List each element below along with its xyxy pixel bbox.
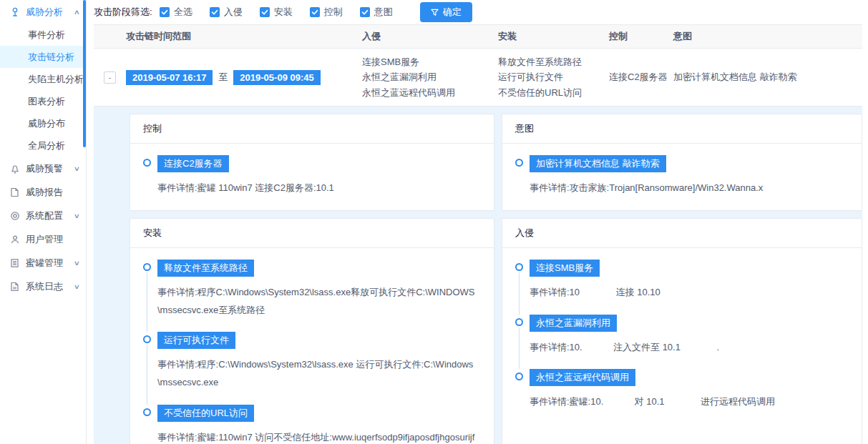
sidebar-item-honeypot[interactable]: 蜜罐管理∨	[0, 251, 86, 275]
event-detail-text: 事件详情:攻击家族:Trojan[Ransomware]/Win32.Wanna…	[530, 179, 846, 197]
sidebar-subitem[interactable]: 事件分析	[0, 24, 86, 46]
event-type-badge[interactable]: 连接SMB服务	[530, 260, 600, 277]
confirm-button[interactable]: 确定	[420, 2, 472, 22]
timeline-item: 运行可执行文件事件详情:程序:C:\Windows\System32\lsass…	[143, 332, 478, 391]
sidebar-item-gear[interactable]: 系统配置∨	[0, 204, 86, 227]
sidebar-item-report[interactable]: 威胁报告	[0, 180, 86, 204]
sidebar-item-log[interactable]: 系统日志∨	[0, 275, 86, 298]
stage-panel: 入侵连接SMB服务事件详情:10 连接 10.10永恒之蓝漏洞利用事件详情:10…	[502, 218, 862, 444]
attack-stage-filter-bar: 攻击阶段筛选: 全选入侵安装控制意图 确定	[94, 0, 862, 24]
funnel-icon	[431, 9, 439, 16]
filter-bar-label: 攻击阶段筛选:	[94, 6, 152, 19]
cell-line: 永恒之蓝远程代码调用	[362, 85, 498, 100]
stage-checkbox-3[interactable]: 控制	[310, 6, 343, 19]
chevron-down-icon: ∨	[74, 212, 80, 219]
sidebar-item-label: 系统配置	[26, 209, 63, 222]
stage-panel-body: 释放文件至系统路径事件详情:程序C:\Windows\System32\lsas…	[130, 248, 494, 444]
column-header: 入侵	[362, 30, 498, 43]
chevron-down-icon: ∨	[74, 165, 80, 172]
event-type-badge[interactable]: 运行可执行文件	[157, 332, 235, 349]
checkbox-label: 全选	[174, 6, 192, 19]
checkbox-checked-icon[interactable]	[210, 7, 220, 17]
time-range-separator: 至	[218, 71, 228, 84]
event-detail-text: 事件详情:程序C:\Windows\System32\lsass.exe释放可执…	[157, 284, 478, 319]
sidebar-nav: 威胁分析∧事件分析攻击链分析失陷主机分析图表分析威胁分布全局分析威胁预警∨威胁报…	[0, 0, 86, 298]
log-icon	[9, 281, 20, 292]
cell-install: 释放文件至系统路径运行可执行文件不受信任的URL访问	[498, 54, 609, 100]
sidebar-item-user[interactable]: 用户管理	[0, 227, 86, 251]
cell-control: 连接C2服务器	[609, 69, 673, 84]
checkbox-label: 控制	[324, 6, 343, 19]
checkbox-label: 意图	[374, 6, 393, 19]
sidebar-item-label: 威胁分析	[26, 6, 63, 19]
row-collapse-button[interactable]: -	[104, 71, 116, 84]
event-detail-text: 事件详情:10 连接 10.10	[530, 284, 846, 302]
column-header: 控制	[609, 30, 673, 43]
column-header: 安装	[498, 30, 609, 43]
sidebar-subitem-label: 图表分析	[28, 95, 65, 108]
cell-line: 释放文件至系统路径	[498, 54, 609, 69]
stage-panel-body: 加密计算机文档信息 敲诈勒索事件详情:攻击家族:Trojan[Ransomwar…	[502, 144, 862, 210]
stage-panel-body: 连接SMB服务事件详情:10 连接 10.10永恒之蓝漏洞利用事件详情:10. …	[502, 248, 862, 424]
stage-panel-title: 入侵	[502, 219, 862, 248]
chevron-down-icon: ∨	[74, 283, 80, 290]
chevron-up-icon: ∧	[74, 9, 80, 16]
event-type-badge[interactable]: 不受信任的URL访问	[157, 405, 254, 422]
sidebar-item-label: 系统日志	[26, 280, 63, 293]
checkbox-checked-icon[interactable]	[260, 7, 270, 17]
table-row: - 2019-05-07 16:17 至 2019-05-09 09:45 连接…	[94, 49, 862, 107]
checkbox-checked-icon[interactable]	[160, 7, 170, 17]
sidebar-item-label: 蜜罐管理	[26, 257, 63, 270]
event-type-badge[interactable]: 加密计算机文档信息 敲诈勒索	[530, 155, 666, 172]
sidebar: 威胁分析∧事件分析攻击链分析失陷主机分析图表分析威胁分布全局分析威胁预警∨威胁报…	[0, 0, 87, 444]
sidebar-subitem[interactable]: 全局分析	[0, 134, 86, 157]
cell-intrusion: 连接SMB服务永恒之蓝漏洞利用永恒之蓝远程代码调用	[362, 54, 498, 100]
event-type-badge[interactable]: 释放文件至系统路径	[157, 260, 254, 277]
event-detail-text: 事件详情:蜜罐:10. 对 10.1 进行远程代码调用	[530, 393, 846, 411]
sidebar-item-threat-analysis[interactable]: 威胁分析∧	[0, 0, 86, 24]
stage-panel-title: 控制	[130, 114, 494, 144]
stage-panel: 安装释放文件至系统路径事件详情:程序C:\Windows\System32\ls…	[130, 218, 494, 444]
event-type-badge[interactable]: 连接C2服务器	[157, 155, 229, 172]
cell-line: 连接C2服务器	[609, 69, 673, 84]
column-header: 攻击链时间范围	[126, 30, 362, 43]
timeline-item: 永恒之蓝漏洞利用事件详情:10. 注入文件至 10.1 .	[515, 315, 846, 357]
chevron-down-icon: ∨	[74, 260, 80, 267]
sidebar-subitem-label: 事件分析	[28, 29, 65, 41]
sidebar-subitem[interactable]: 失陷主机分析	[0, 68, 86, 90]
timeline-item: 释放文件至系统路径事件详情:程序C:\Windows\System32\lsas…	[143, 260, 478, 319]
checkbox-checked-icon[interactable]	[310, 7, 320, 17]
checkbox-checked-icon[interactable]	[360, 7, 370, 17]
event-detail-text: 事件详情:程序:C:\Windows\System32\lsass.exe 运行…	[157, 356, 478, 391]
timeline-item: 连接SMB服务事件详情:10 连接 10.10	[515, 260, 846, 302]
sidebar-subitem-label: 攻击链分析	[28, 51, 74, 64]
main-content: 攻击阶段筛选: 全选入侵安装控制意图 确定 攻击链时间范围入侵安装控制意图 -	[87, 0, 868, 444]
timeline-item: 加密计算机文档信息 敲诈勒索事件详情:攻击家族:Trojan[Ransomwar…	[515, 155, 846, 197]
cell-line: 连接SMB服务	[362, 54, 498, 69]
sidebar-subitem[interactable]: 威胁分布	[0, 112, 86, 134]
event-type-badge[interactable]: 永恒之蓝漏洞利用	[530, 315, 617, 332]
sidebar-item-label: 用户管理	[26, 233, 63, 246]
cell-line: 加密计算机文档信息 敲诈勒索	[673, 69, 862, 84]
event-type-badge[interactable]: 永恒之蓝远程代码调用	[530, 369, 635, 386]
sidebar-item-label: 威胁报告	[26, 186, 63, 199]
sidebar-scrollbar[interactable]	[83, 0, 86, 147]
sidebar-subitem[interactable]: 图表分析	[0, 90, 86, 112]
stage-checkbox-1[interactable]: 入侵	[210, 6, 243, 19]
stage-checkbox-2[interactable]: 安装	[260, 6, 293, 19]
report-icon	[9, 187, 20, 197]
stage-checkbox-0[interactable]: 全选	[160, 6, 192, 19]
sidebar-item-bell[interactable]: 威胁预警∨	[0, 157, 86, 180]
checkbox-label: 安装	[274, 6, 293, 19]
expanded-detail-region: 控制连接C2服务器事件详情:蜜罐 110win7 连接C2服务器:10.1意图加…	[94, 107, 862, 444]
sidebar-subitem-label: 全局分析	[28, 139, 65, 152]
timeline-item: 永恒之蓝远程代码调用事件详情:蜜罐:10. 对 10.1 进行远程代码调用	[515, 369, 846, 411]
sidebar-item-label: 威胁预警	[26, 162, 63, 175]
event-detail-text: 事件详情:蜜罐 110win7 连接C2服务器:10.1	[157, 179, 478, 197]
stage-panel: 控制连接C2服务器事件详情:蜜罐 110win7 连接C2服务器:10.1	[130, 114, 494, 211]
cell-line: 运行可执行文件	[498, 69, 609, 84]
sidebar-subitem-label: 威胁分布	[28, 117, 65, 130]
sidebar-subitem[interactable]: 攻击链分析	[0, 46, 86, 68]
app-root: 威胁分析∧事件分析攻击链分析失陷主机分析图表分析威胁分布全局分析威胁预警∨威胁报…	[0, 0, 868, 444]
stage-checkbox-4[interactable]: 意图	[360, 6, 393, 19]
